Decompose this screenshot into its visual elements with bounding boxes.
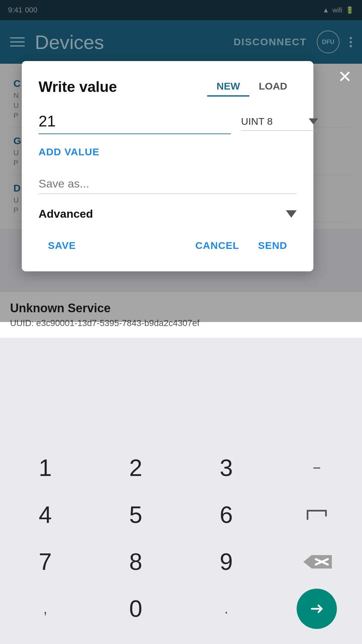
keyboard-row-4: , 0 . <box>0 587 362 631</box>
tab-load[interactable]: LOAD <box>249 77 297 97</box>
value-row: UINT 8 <box>39 109 297 134</box>
keyboard: 1 2 3 − 4 5 6 7 8 9 , 0 . <box>0 439 362 644</box>
go-button[interactable] <box>297 589 337 629</box>
key-0[interactable]: 0 <box>96 587 176 631</box>
key-7[interactable]: 7 <box>5 540 85 584</box>
tab-new[interactable]: NEW <box>207 77 249 97</box>
save-as-input[interactable] <box>39 174 297 194</box>
keyboard-row-1: 1 2 3 − <box>0 446 362 490</box>
key-9[interactable]: 9 <box>186 540 266 584</box>
advanced-row[interactable]: Advanced <box>39 207 297 220</box>
write-value-dialog: Write value NEW LOAD UINT 8 ADD VALUE Ad… <box>22 61 313 271</box>
keyboard-row-3: 7 8 9 <box>0 540 362 584</box>
dialog-header: Write value NEW LOAD <box>39 77 297 97</box>
key-3[interactable]: 3 <box>186 446 266 490</box>
key-4[interactable]: 4 <box>5 493 85 537</box>
dialog-close-button[interactable]: ✕ <box>338 67 352 87</box>
value-input[interactable] <box>39 109 231 134</box>
svg-rect-1 <box>307 510 308 520</box>
type-select-chevron <box>309 118 318 124</box>
key-1[interactable]: 1 <box>5 446 85 490</box>
key-minus[interactable]: − <box>277 446 357 490</box>
key-delete[interactable] <box>277 540 357 584</box>
svg-marker-3 <box>303 555 332 569</box>
dialog-actions: SAVE CANCEL SEND <box>39 235 297 256</box>
key-period[interactable]: . <box>186 587 266 631</box>
type-select-label: UINT 8 <box>241 116 273 127</box>
advanced-label: Advanced <box>39 207 93 220</box>
cancel-button[interactable]: CANCEL <box>186 235 249 256</box>
type-select[interactable]: UINT 8 <box>241 112 318 131</box>
svg-rect-2 <box>325 510 327 517</box>
add-value-button[interactable]: ADD VALUE <box>39 146 100 158</box>
save-button[interactable]: SAVE <box>39 235 85 256</box>
key-5[interactable]: 5 <box>96 493 176 537</box>
key-6[interactable]: 6 <box>186 493 266 537</box>
dialog-title: Write value <box>39 78 197 95</box>
key-2[interactable]: 2 <box>96 446 176 490</box>
advanced-chevron-icon <box>286 210 297 218</box>
dialog-tabs: NEW LOAD <box>207 77 297 97</box>
key-8[interactable]: 8 <box>96 540 176 584</box>
send-button[interactable]: SEND <box>249 235 297 256</box>
svg-rect-0 <box>307 510 327 512</box>
key-space[interactable] <box>277 493 357 537</box>
keyboard-row-2: 4 5 6 <box>0 493 362 537</box>
key-comma[interactable]: , <box>5 587 85 631</box>
